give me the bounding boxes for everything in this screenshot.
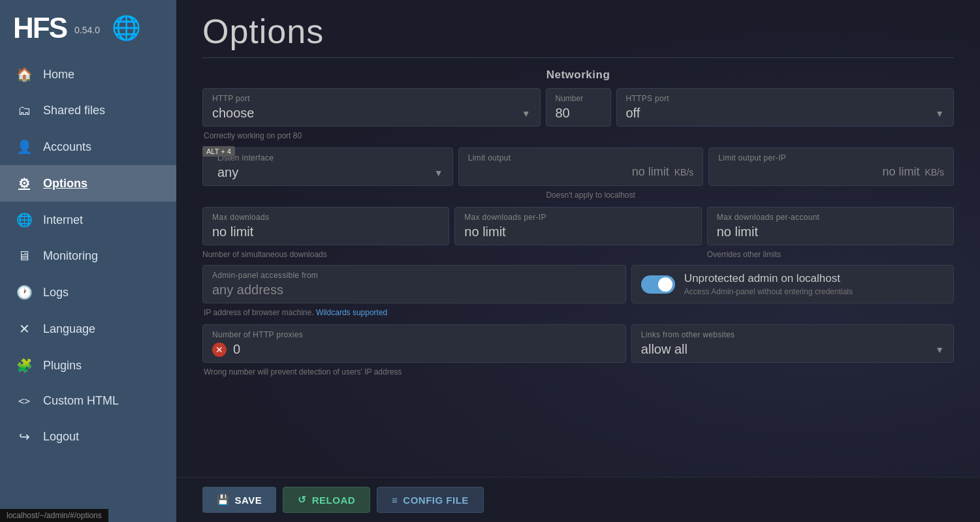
unprotected-admin-label: Unprotected admin on localhost bbox=[684, 272, 853, 285]
internet-icon: 🌐 bbox=[16, 212, 33, 228]
sidebar-item-logs[interactable]: 🕐 Logs bbox=[0, 274, 176, 311]
limit-output-per-ip-label: Limit output per-IP bbox=[718, 153, 944, 162]
proxies-links-row: Number of HTTP proxies ✕ 0 Links from ot… bbox=[202, 324, 954, 363]
http-proxies-label: Number of HTTP proxies bbox=[212, 330, 616, 339]
admin-panel-hint-row: IP address of browser machine. Wildcards… bbox=[202, 306, 954, 318]
sidebar-item-options[interactable]: ⚙ Options bbox=[0, 165, 176, 202]
max-downloads-per-account-hint: Overrides other limits bbox=[707, 249, 781, 259]
proxies-clear-btn[interactable]: ✕ bbox=[212, 343, 227, 357]
links-from-other-box: Links from other websites allow all ▼ bbox=[631, 324, 954, 363]
admin-panel-label: Admin-panel accessible from bbox=[212, 271, 616, 280]
limit-output-label: Limit output bbox=[468, 153, 694, 162]
save-icon: 💾 bbox=[217, 494, 230, 506]
http-port-value: choose bbox=[212, 106, 255, 121]
http-port-hint: Correctly working on port 80 bbox=[202, 129, 954, 141]
https-port-label: HTTPS port bbox=[626, 94, 945, 103]
https-port-value: off bbox=[626, 106, 640, 121]
admin-panel-hint-text: IP address of browser machine. bbox=[204, 308, 314, 317]
admin-panel-box: Admin-panel accessible from any address bbox=[202, 265, 626, 303]
sidebar-item-language[interactable]: ✕ Language bbox=[0, 311, 176, 347]
reload-icon: ↺ bbox=[298, 494, 307, 506]
https-port-select[interactable]: off ▼ bbox=[626, 106, 945, 121]
sidebar-item-shared-files[interactable]: 🗂 Shared files bbox=[0, 93, 176, 129]
limit-output-unit: KB/s bbox=[674, 167, 694, 177]
sidebar-item-monitoring[interactable]: 🖥 Monitoring bbox=[0, 238, 176, 274]
plugins-icon: 🧩 bbox=[16, 358, 33, 373]
max-downloads-per-account-label: Max downloads per-account bbox=[717, 213, 944, 222]
logout-icon: ↪ bbox=[16, 429, 33, 444]
config-file-button[interactable]: ≡ CONFIG FILE bbox=[377, 487, 484, 513]
sidebar-label-options: Options bbox=[43, 177, 87, 191]
admin-panel-row: Admin-panel accessible from any address … bbox=[202, 265, 954, 303]
sidebar-item-plugins[interactable]: 🧩 Plugins bbox=[0, 347, 176, 384]
max-downloads-per-ip-label: Max downloads per-IP bbox=[464, 213, 691, 222]
listen-interface-value: any bbox=[217, 165, 238, 180]
save-label: SAVE bbox=[235, 495, 262, 506]
http-port-number-value[interactable]: 80 bbox=[556, 106, 601, 121]
home-icon: 🏠 bbox=[16, 67, 33, 82]
listen-interface-row: Listen interface any ▼ Limit output no l… bbox=[202, 147, 954, 186]
http-port-hint-text: Correctly working on port 80 bbox=[204, 130, 302, 140]
limit-output-per-ip-unit: KB/s bbox=[925, 167, 944, 177]
sidebar-label-logs: Logs bbox=[43, 286, 69, 299]
options-icon: ⚙ bbox=[16, 176, 33, 191]
sidebar-label-home: Home bbox=[43, 68, 74, 82]
reload-button[interactable]: ↺ RELOAD bbox=[283, 487, 370, 513]
config-icon: ≡ bbox=[392, 495, 398, 506]
wildcards-link[interactable]: Wildcards supported bbox=[316, 308, 387, 317]
sidebar-label-shared-files: Shared files bbox=[43, 104, 105, 117]
http-port-number-label: Number bbox=[556, 94, 601, 103]
max-downloads-per-account-input[interactable]: no limit bbox=[717, 224, 944, 239]
admin-panel-hint: IP address of browser machine. Wildcards… bbox=[204, 307, 387, 317]
links-from-other-value: allow all bbox=[641, 342, 688, 357]
http-port-select[interactable]: choose ▼ bbox=[212, 106, 531, 121]
limit-output-hint: Doesn't apply to localhost bbox=[546, 189, 635, 200]
sidebar-item-custom-html[interactable]: <> Custom HTML bbox=[0, 384, 176, 418]
listen-interface-label: Listen interface bbox=[217, 153, 443, 162]
links-from-other-select[interactable]: allow all ▼ bbox=[641, 342, 944, 357]
config-label: CONFIG FILE bbox=[403, 495, 469, 506]
listen-interface-select[interactable]: any ▼ bbox=[217, 165, 443, 180]
unprotected-admin-toggle[interactable] bbox=[641, 275, 675, 294]
unprotected-admin-text-area: Unprotected admin on localhost Access Ad… bbox=[684, 272, 853, 296]
sidebar-item-internet[interactable]: 🌐 Internet bbox=[0, 202, 176, 238]
sidebar-label-custom-html: Custom HTML bbox=[43, 394, 119, 408]
unprotected-admin-desc: Access Admin-panel without entering cred… bbox=[684, 287, 853, 296]
sidebar-item-accounts[interactable]: 👤 Accounts bbox=[0, 129, 176, 165]
save-button[interactable]: 💾 SAVE bbox=[202, 487, 276, 513]
main-area: Options Networking HTTP port choose ▼ Nu… bbox=[176, 0, 980, 522]
sidebar-item-logout[interactable]: ↪ Logout bbox=[0, 418, 176, 455]
content-area: Networking HTTP port choose ▼ Number 80 bbox=[176, 51, 980, 477]
sidebar-label-monitoring: Monitoring bbox=[43, 249, 98, 263]
proxies-number[interactable]: 0 bbox=[233, 342, 240, 357]
sidebar-label-internet: Internet bbox=[43, 213, 83, 227]
links-from-other-label: Links from other websites bbox=[641, 330, 944, 339]
alt-badge: ALT + 4 bbox=[202, 146, 235, 157]
max-downloads-per-ip-input[interactable]: no limit bbox=[464, 224, 691, 239]
logo-icon: 🌐 bbox=[112, 14, 141, 42]
footer-bar: 💾 SAVE ↺ RELOAD ≡ CONFIG FILE bbox=[176, 477, 980, 522]
admin-panel-input[interactable]: any address bbox=[212, 283, 616, 298]
limit-output-box: Limit output no limit KB/s bbox=[458, 147, 704, 186]
http-port-number-box: Number 80 bbox=[546, 88, 611, 127]
sidebar-label-language: Language bbox=[43, 322, 95, 336]
max-downloads-input[interactable]: no limit bbox=[212, 224, 439, 239]
unprotected-admin-box: Unprotected admin on localhost Access Ad… bbox=[631, 265, 954, 303]
max-downloads-row: Max downloads no limit Max downloads per… bbox=[202, 207, 954, 245]
limit-output-hint-row: Doesn't apply to localhost bbox=[202, 189, 954, 200]
sidebar-label-plugins: Plugins bbox=[43, 359, 82, 373]
toggle-thumb bbox=[658, 277, 672, 292]
http-proxies-value: ✕ 0 bbox=[212, 342, 616, 357]
networking-section: Networking HTTP port choose ▼ Number 80 bbox=[202, 57, 954, 377]
listen-interface-dropdown-arrow: ▼ bbox=[434, 168, 443, 178]
limit-output-per-ip-value: no limit KB/s bbox=[718, 165, 944, 179]
sidebar-item-home[interactable]: 🏠 Home bbox=[0, 56, 176, 93]
https-port-dropdown-arrow: ▼ bbox=[935, 108, 944, 119]
http-proxies-box: Number of HTTP proxies ✕ 0 bbox=[202, 324, 626, 363]
limit-output-per-ip-placeholder: no limit bbox=[882, 165, 919, 179]
sidebar-label-accounts: Accounts bbox=[43, 140, 91, 154]
max-downloads-placeholder: no limit bbox=[212, 224, 253, 239]
max-downloads-hints: Number of simultaneous downloads Overrid… bbox=[202, 248, 954, 260]
networking-heading: Networking bbox=[202, 59, 954, 88]
max-downloads-hint-text: Number of simultaneous downloads bbox=[202, 249, 327, 259]
